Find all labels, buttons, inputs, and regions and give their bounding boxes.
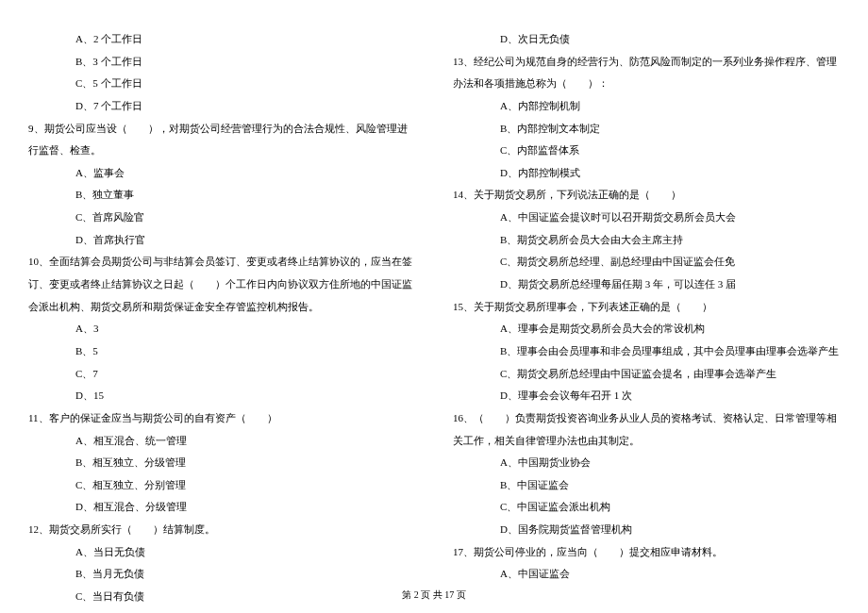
q17-option-a: A、中国证监会 (453, 563, 840, 586)
page-content: A、2 个工作日 B、3 个工作日 C、5 个工作日 D、7 个工作日 9、期货… (0, 0, 868, 575)
page-footer: 第 2 页 共 17 页 (0, 588, 868, 602)
q15-option-b: B、理事会由会员理事和非会员理事组成，其中会员理事由理事会选举产生 (453, 340, 840, 363)
q13-option-b: B、内部控制文本制定 (453, 118, 840, 141)
q14-stem: 14、关于期货交易所，下列说法正确的是（ ） (453, 184, 840, 207)
q15-option-c: C、期货交易所总经理由中国证监会提名，由理事会选举产生 (453, 363, 840, 386)
q10-option-d: D、15 (28, 385, 415, 407)
q16-stem: 16、（ ）负责期货投资咨询业务从业人员的资格考试、资格认定、日常管理等相关工作… (453, 407, 840, 452)
q13-option-d: D、内部控制模式 (453, 162, 840, 185)
q10-option-c: C、7 (28, 363, 415, 386)
q8-option-d: D、7 个工作日 (28, 95, 415, 118)
q11-option-c: C、相互独立、分别管理 (28, 474, 415, 497)
q12-option-a: A、当日无负债 (28, 541, 415, 564)
q9-option-c: C、首席风险官 (28, 207, 415, 229)
q14-option-a: A、中国证监会提议时可以召开期货交易所会员大会 (453, 207, 840, 229)
q9-option-a: A、监事会 (28, 162, 415, 185)
q10-stem: 10、全面结算会员期货公司与非结算会员签订、变更或者终止结算协议的，应当在签订、… (28, 251, 415, 318)
q12-stem: 12、期货交易所实行（ ）结算制度。 (28, 519, 415, 541)
q8-option-b: B、3 个工作日 (28, 51, 415, 74)
q14-option-d: D、期货交易所总经理每届任期 3 年，可以连任 3 届 (453, 273, 840, 296)
q9-option-d: D、首席执行官 (28, 229, 415, 252)
q13-option-a: A、内部控制机制 (453, 95, 840, 118)
q14-option-c: C、期货交易所总经理、副总经理由中国证监会任免 (453, 251, 840, 273)
q14-option-b: B、期货交易所会员大会由大会主席主持 (453, 229, 840, 252)
q16-option-c: C、中国证监会派出机构 (453, 496, 840, 519)
q10-option-a: A、3 (28, 318, 415, 340)
q12-option-b: B、当月无负债 (28, 563, 415, 586)
q11-option-a: A、相互混合、统一管理 (28, 430, 415, 453)
q16-option-d: D、国务院期货监督管理机构 (453, 519, 840, 541)
right-column: D、次日无负债 13、经纪公司为规范自身的经营行为、防范风险而制定的一系列业务操… (453, 28, 840, 566)
q11-option-d: D、相互混合、分级管理 (28, 496, 415, 519)
q15-stem: 15、关于期货交易所理事会，下列表述正确的是（ ） (453, 296, 840, 319)
q13-stem: 13、经纪公司为规范自身的经营行为、防范风险而制定的一系列业务操作程序、管理办法… (453, 51, 840, 95)
q15-option-a: A、理事会是期货交易所会员大会的常设机构 (453, 318, 840, 340)
q12-option-d: D、次日无负债 (453, 28, 840, 51)
left-column: A、2 个工作日 B、3 个工作日 C、5 个工作日 D、7 个工作日 9、期货… (28, 28, 415, 566)
q13-option-c: C、内部监督体系 (453, 140, 840, 162)
q8-option-a: A、2 个工作日 (28, 28, 415, 51)
q9-option-b: B、独立董事 (28, 184, 415, 207)
q11-stem: 11、客户的保证金应当与期货公司的自有资产（ ） (28, 407, 415, 430)
q16-option-a: A、中国期货业协会 (453, 452, 840, 474)
q17-stem: 17、期货公司停业的，应当向（ ）提交相应申请材料。 (453, 541, 840, 564)
q8-option-c: C、5 个工作日 (28, 73, 415, 95)
q10-option-b: B、5 (28, 340, 415, 363)
q16-option-b: B、中国证监会 (453, 474, 840, 497)
q9-stem: 9、期货公司应当设（ ），对期货公司经营管理行为的合法合规性、风险管理进行监督、… (28, 118, 415, 162)
q11-option-b: B、相互独立、分级管理 (28, 452, 415, 474)
q15-option-d: D、理事会会议每年召开 1 次 (453, 385, 840, 407)
